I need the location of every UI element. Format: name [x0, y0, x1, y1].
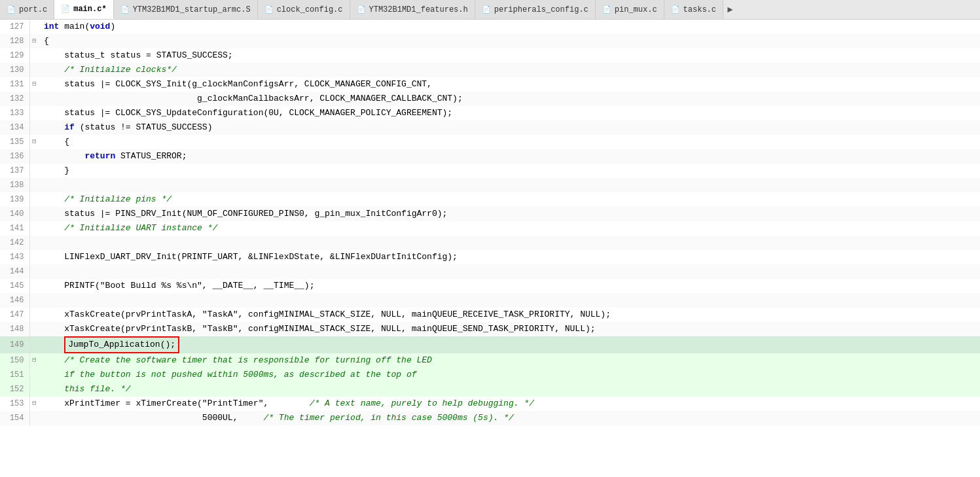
code-row: 154 5000UL, /* The timer period, in this…	[0, 411, 980, 425]
code-row: 134 if (status != STATUS_SUCCESS)	[0, 120, 980, 135]
code-content	[39, 293, 980, 308]
fold-indicator	[29, 106, 39, 120]
code-row: 130 /* Initialize clocks*/	[0, 63, 980, 77]
line-number: 147	[0, 308, 29, 322]
fold-indicator	[29, 382, 39, 397]
tab-file-icon: 📄	[61, 5, 70, 13]
highlighted-statement: JumpTo_Application();	[64, 336, 179, 353]
tab-file-icon: 📄	[120, 5, 130, 14]
line-number: 128	[0, 34, 29, 48]
comment-text: /* Create the software timer that is res…	[44, 355, 432, 365]
fold-indicator	[29, 293, 39, 308]
code-row: 152 this file. */	[0, 382, 980, 397]
code-row: 147 xTaskCreate(prvPrintTaskA, "TaskA", …	[0, 308, 980, 322]
code-row: 137 }	[0, 164, 980, 178]
code-row: 136 return STATUS_ERROR;	[0, 149, 980, 164]
tab-peripherals[interactable]: 📄peripherals_config.c	[475, 0, 596, 19]
line-number: 129	[0, 48, 29, 63]
code-area: 127int main(void)128⊟{129 status_t statu…	[0, 20, 980, 477]
fold-indicator	[29, 411, 39, 425]
fold-indicator	[29, 207, 39, 221]
tab-features[interactable]: 📄YTM32B1MD1_features.h	[350, 0, 475, 19]
tab-label: YTM32B1MD1_features.h	[369, 5, 468, 14]
code-content: }	[39, 164, 980, 178]
code-row: 140 status |= PINS_DRV_Init(NUM_OF_CONFI…	[0, 207, 980, 221]
tab-port-c[interactable]: 📄port.c	[0, 0, 54, 19]
fold-indicator	[29, 178, 39, 192]
line-number: 151	[0, 368, 29, 382]
line-number: 154	[0, 411, 29, 425]
code-row: 151 if the button is not pushed within 5…	[0, 368, 980, 382]
tab-label: clock_config.c	[277, 5, 343, 14]
line-number: 143	[0, 250, 29, 264]
code-content: /* Initialize pins */	[39, 192, 980, 207]
line-number: 139	[0, 192, 29, 207]
code-content: PRINTF("Boot Build %s %s\n", __DATE__, _…	[39, 279, 980, 293]
code-content: status |= CLOCK_SYS_UpdateConfiguration(…	[39, 106, 980, 120]
tab-file-icon: 📄	[671, 5, 680, 14]
code-row: 129 status_t status = STATUS_SUCCESS;	[0, 48, 980, 63]
fold-indicator	[29, 164, 39, 178]
line-number: 133	[0, 106, 29, 120]
code-content: 5000UL, /* The timer period, in this cas…	[39, 411, 980, 425]
fold-indicator[interactable]: ⊟	[29, 77, 39, 92]
code-row: 148 xTaskCreate(prvPrintTaskB, "TaskB", …	[0, 322, 980, 336]
code-content: if (status != STATUS_SUCCESS)	[39, 120, 980, 135]
fold-indicator	[29, 120, 39, 135]
tab-label: port.c	[19, 5, 47, 14]
code-content: xTaskCreate(prvPrintTaskB, "TaskB", conf…	[39, 322, 980, 336]
fold-indicator[interactable]: ⊟	[29, 397, 39, 411]
fold-indicator	[29, 279, 39, 293]
tab-label: main.c*	[73, 5, 106, 14]
line-number: 127	[0, 20, 29, 34]
tab-label: peripherals_config.c	[494, 5, 589, 14]
fold-indicator[interactable]: ⊟	[29, 353, 39, 368]
tab-label: YTM32B1MD1_startup_armc.S	[133, 5, 251, 14]
line-number: 138	[0, 178, 29, 192]
code-content	[39, 236, 980, 250]
comment-text: if the button is not pushed within 5000m…	[44, 370, 417, 380]
line-number: 153	[0, 397, 29, 411]
line-number: 137	[0, 164, 29, 178]
fold-indicator[interactable]: ⊟	[29, 34, 39, 48]
fold-indicator	[29, 322, 39, 336]
line-number: 141	[0, 221, 29, 236]
code-row: 135⊟ {	[0, 135, 980, 149]
line-number: 142	[0, 236, 29, 250]
code-row: 145 PRINTF("Boot Build %s %s\n", __DATE_…	[0, 279, 980, 293]
code-content: if the button is not pushed within 5000m…	[39, 368, 980, 382]
code-row: 146	[0, 293, 980, 308]
code-content: xPrintTimer = xTimerCreate("PrintTimer",…	[39, 397, 980, 411]
line-number: 135	[0, 135, 29, 149]
tab-clock-config[interactable]: 📄clock_config.c	[258, 0, 350, 19]
comment-text: this file. */	[44, 384, 131, 394]
code-row: 150⊟ /* Create the software timer that i…	[0, 353, 980, 368]
code-content: /* Initialize UART instance */	[39, 221, 980, 236]
fold-indicator	[29, 250, 39, 264]
line-number: 131	[0, 77, 29, 92]
tab-file-icon: 📄	[482, 5, 491, 14]
line-number: 145	[0, 279, 29, 293]
code-content: /* Initialize clocks*/	[39, 63, 980, 77]
tab-overflow-button[interactable]: ►	[723, 5, 736, 15]
code-row: 139 /* Initialize pins */	[0, 192, 980, 207]
tab-pin-mux[interactable]: 📄pin_mux.c	[596, 0, 664, 19]
code-content	[39, 264, 980, 279]
tab-startup[interactable]: 📄YTM32B1MD1_startup_armc.S	[114, 0, 258, 19]
fold-indicator	[29, 63, 39, 77]
tab-tasks[interactable]: 📄tasks.c	[664, 0, 723, 19]
code-row: 127int main(void)	[0, 20, 980, 34]
code-row: 138	[0, 178, 980, 192]
fold-indicator[interactable]: ⊟	[29, 135, 39, 149]
code-content: status |= CLOCK_SYS_Init(g_clockManConfi…	[39, 77, 980, 92]
fold-indicator	[29, 192, 39, 207]
fold-indicator	[29, 48, 39, 63]
tab-main-c[interactable]: 📄main.c*	[54, 0, 113, 19]
line-number: 149	[0, 336, 29, 353]
tab-label: tasks.c	[683, 5, 716, 14]
tab-bar: 📄port.c📄main.c*📄YTM32B1MD1_startup_armc.…	[0, 0, 980, 20]
tab-label: pin_mux.c	[615, 5, 657, 14]
code-content	[39, 178, 980, 192]
fold-indicator	[29, 368, 39, 382]
code-content: g_clockManCallbacksArr, CLOCK_MANAGER_CA…	[39, 92, 980, 106]
